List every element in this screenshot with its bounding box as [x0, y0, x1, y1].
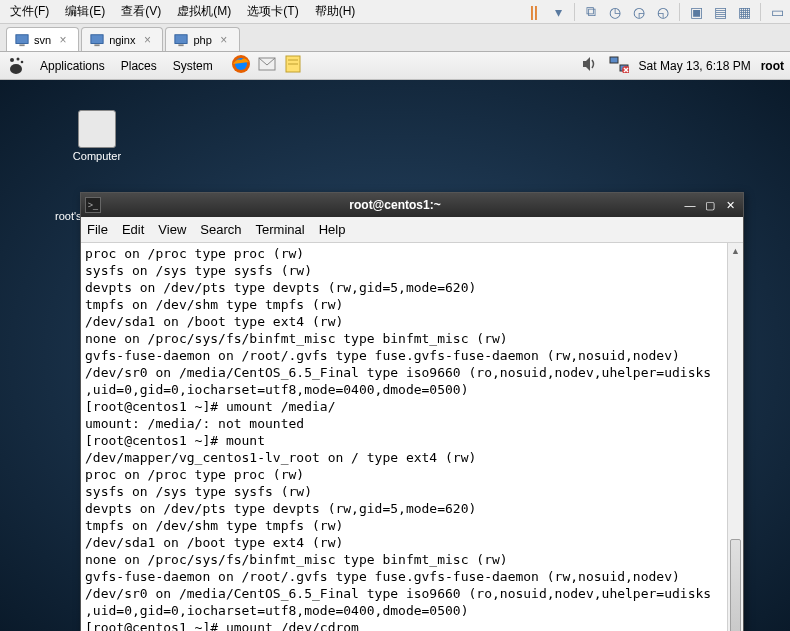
network-icon[interactable]: [609, 55, 629, 76]
tab-svn[interactable]: svn ×: [6, 27, 79, 51]
snapshot-revert-icon[interactable]: ◶: [628, 1, 650, 23]
volume-icon[interactable]: [581, 55, 599, 76]
vm-icon: [174, 33, 188, 47]
firefox-icon[interactable]: [231, 54, 251, 77]
host-menu-help[interactable]: 帮助(H): [307, 1, 364, 22]
svg-rect-16: [610, 57, 618, 63]
svg-rect-1: [19, 44, 24, 46]
close-icon[interactable]: ×: [56, 33, 70, 47]
minimize-icon[interactable]: —: [681, 197, 699, 213]
vm-icon: [15, 33, 29, 47]
terminal-title: root@centos1:~: [109, 198, 681, 212]
close-icon[interactable]: ✕: [721, 197, 739, 213]
svg-rect-4: [175, 34, 187, 43]
desktop-icon-computer[interactable]: Computer: [62, 110, 132, 162]
maximize-icon[interactable]: ▢: [701, 197, 719, 213]
host-menu-view[interactable]: 查看(V): [113, 1, 169, 22]
host-menu-edit[interactable]: 编辑(E): [57, 1, 113, 22]
library-icon[interactable]: ▭: [766, 1, 788, 23]
term-menu-edit[interactable]: Edit: [122, 222, 144, 237]
svg-point-6: [10, 58, 14, 62]
tab-label: svn: [34, 34, 51, 46]
svg-rect-3: [95, 44, 100, 46]
snapshot-icon[interactable]: ◷: [604, 1, 626, 23]
gnome-foot-icon[interactable]: [6, 56, 26, 76]
host-tab-bar: svn × nginx × php ×: [0, 24, 790, 52]
dropdown-icon[interactable]: ▾: [547, 1, 569, 23]
term-menu-file[interactable]: File: [87, 222, 108, 237]
gnome-panel: Applications Places System Sat May 13, 6…: [0, 52, 790, 80]
scroll-up-icon[interactable]: ▲: [728, 243, 743, 259]
tab-label: php: [193, 34, 211, 46]
host-menu-file[interactable]: 文件(F): [2, 1, 57, 22]
term-menu-view[interactable]: View: [158, 222, 186, 237]
menu-system[interactable]: System: [165, 57, 221, 75]
terminal-icon: >_: [85, 197, 101, 213]
menu-applications[interactable]: Applications: [32, 57, 113, 75]
svg-rect-0: [16, 34, 28, 43]
desktop-icon-label: Computer: [62, 150, 132, 162]
send-cad-icon[interactable]: ⧉: [580, 1, 602, 23]
tab-label: nginx: [109, 34, 135, 46]
vm-icon: [90, 33, 104, 47]
tab-nginx[interactable]: nginx ×: [81, 27, 163, 51]
svg-rect-5: [179, 44, 184, 46]
desktop[interactable]: Computer root's Home >_ root@centos1:~ —…: [0, 80, 790, 631]
svg-point-9: [10, 64, 22, 74]
host-menu-vm[interactable]: 虚拟机(M): [169, 1, 239, 22]
terminal-titlebar[interactable]: >_ root@centos1:~ — ▢ ✕: [81, 193, 743, 217]
svg-point-7: [17, 57, 20, 60]
close-icon[interactable]: ×: [217, 33, 231, 47]
panel-user[interactable]: root: [761, 59, 784, 73]
snapshot-mgr-icon[interactable]: ◵: [652, 1, 674, 23]
evolution-icon[interactable]: [257, 54, 277, 77]
terminal-menubar: File Edit View Search Terminal Help: [81, 217, 743, 243]
host-toolbar: || ▾ ⧉ ◷ ◶ ◵ ▣ ▤ ▦ ▭: [523, 1, 788, 23]
term-menu-terminal[interactable]: Terminal: [256, 222, 305, 237]
host-menu-tabs[interactable]: 选项卡(T): [239, 1, 306, 22]
fullscreen-icon[interactable]: ▣: [685, 1, 707, 23]
terminal-scrollbar[interactable]: ▲ ▼: [727, 243, 743, 631]
close-icon[interactable]: ×: [140, 33, 154, 47]
terminal-window: >_ root@centos1:~ — ▢ ✕ File Edit View S…: [80, 192, 744, 631]
menu-places[interactable]: Places: [113, 57, 165, 75]
console-icon[interactable]: ▦: [733, 1, 755, 23]
tab-php[interactable]: php ×: [165, 27, 239, 51]
notes-icon[interactable]: [283, 54, 303, 77]
term-menu-help[interactable]: Help: [319, 222, 346, 237]
term-menu-search[interactable]: Search: [200, 222, 241, 237]
unity-icon[interactable]: ▤: [709, 1, 731, 23]
pause-icon[interactable]: ||: [523, 1, 545, 23]
host-menubar: 文件(F) 编辑(E) 查看(V) 虚拟机(M) 选项卡(T) 帮助(H) ||…: [0, 0, 790, 24]
computer-icon: [78, 110, 116, 148]
panel-clock[interactable]: Sat May 13, 6:18 PM: [639, 59, 751, 73]
svg-point-8: [21, 60, 24, 63]
terminal-body[interactable]: proc on /proc type proc (rw) sysfs on /s…: [81, 243, 727, 631]
svg-rect-2: [91, 34, 103, 43]
scrollbar-thumb[interactable]: [730, 539, 741, 631]
